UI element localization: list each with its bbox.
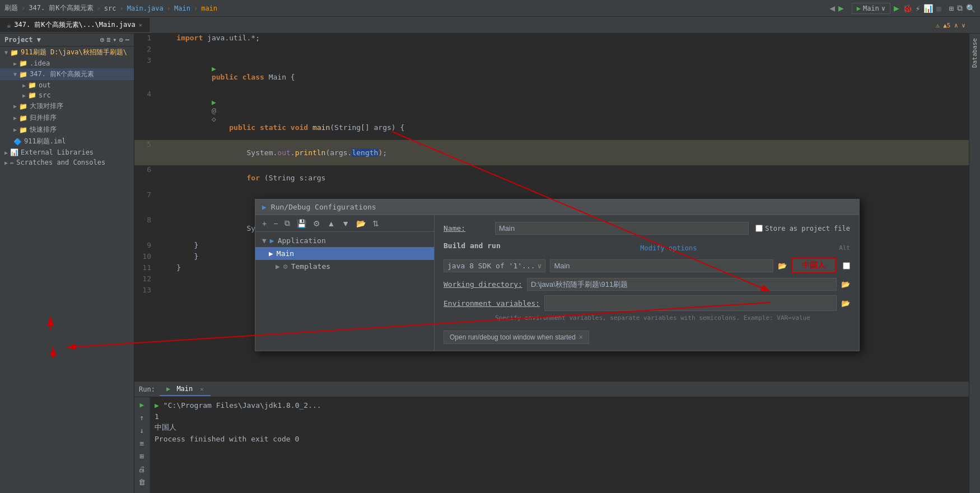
move-up-btn[interactable]: ▲ [325, 218, 337, 229]
working-dir-input[interactable] [527, 278, 837, 291]
sort-btn[interactable]: ⇅ [370, 218, 381, 229]
env-hint-text: Specify environment variables, separate … [495, 314, 810, 322]
sidebar-item-external[interactable]: ▶ 📊 External Libraries [0, 147, 134, 157]
templates-icon: ⚙ [283, 262, 288, 271]
settings-config-btn[interactable]: ⚙ [311, 218, 323, 229]
run-config-dropdown[interactable]: ▶ Main ∨ [852, 3, 890, 14]
env-vars-label: Environment variables: [444, 299, 540, 308]
code-line-6: 6 for (String s:args [134, 165, 969, 190]
run-button[interactable]: ▶ [894, 3, 899, 13]
env-vars-row: Environment variables: 📂 [444, 295, 850, 311]
sidebar-item-dading[interactable]: ▶ 📁 大顶对排序 [0, 100, 134, 112]
store-checkbox[interactable] [755, 225, 763, 232]
run-filter-btn[interactable]: ⊞ [138, 451, 147, 462]
layout-icon[interactable]: ⊞ [949, 4, 954, 13]
database-label[interactable]: Database [971, 38, 978, 68]
move-down-btn[interactable]: ▼ [339, 218, 352, 229]
debug-icon[interactable]: 🐞 [903, 4, 912, 13]
external-lib-label: External Libraries [21, 148, 94, 156]
code-line-5: 5 System.out.println(args.length); [134, 140, 969, 165]
run-tab-close[interactable]: ✕ [200, 386, 204, 392]
profiler-icon[interactable]: 📊 [923, 4, 933, 13]
args-checkbox[interactable] [843, 262, 850, 269]
dir-folder-icon[interactable]: 📂 [841, 280, 850, 289]
tree-category-application[interactable]: ▼ ▶ Application [255, 234, 434, 247]
sidebar-item-out[interactable]: ▶ 📁 out [0, 80, 134, 90]
breadcrumb-刷题: 刷题 [4, 3, 18, 13]
name-row: Name: Store as project file [444, 222, 850, 235]
nav-back[interactable]: ◀ [829, 3, 835, 13]
run-scroll-down-btn[interactable]: ↓ [138, 425, 147, 436]
sidebar-item-idea[interactable]: ▶ 📁 .idea [0, 58, 134, 68]
sidebar-item-347[interactable]: ▼ 📁 347. 前K个高频元素 [0, 68, 134, 80]
modify-options-btn[interactable]: Modify options [640, 244, 697, 252]
sidebar-item-scratches[interactable]: ▶ ✏️ Scratches and Consoles [0, 157, 134, 168]
tab-label: 347. 前K个高频元素\...\Main.java [14, 20, 136, 30]
search-icon[interactable]: 🔍 [966, 4, 976, 13]
scratches-label: Scratches and Consoles [16, 159, 105, 166]
tab-bar: ☕ 347. 前K个高频元素\...\Main.java ✕ [0, 17, 980, 34]
run-wrap-btn[interactable]: ≡ [138, 438, 147, 449]
editor-tab-main[interactable]: ☕ 347. 前K个高频元素\...\Main.java ✕ [0, 18, 150, 32]
dialog-body: + − ⧉ 💾 ⚙ ▲ ▼ 📂 ⇅ ▼ ▶ Application ▶ Main [255, 215, 859, 351]
remove-config-btn[interactable]: − [271, 218, 280, 229]
sidebar-item-root[interactable]: ▼ 📁 911刷题 D:\java\秋招随手刷题\ [0, 46, 134, 58]
sdk-selector[interactable]: java 8 SDK of '1'... ∨ [444, 259, 545, 272]
sidebar-item-kuaisu[interactable]: ▶ 📁 快速排序 [0, 124, 134, 136]
scratch-icon: ✏️ [10, 159, 14, 166]
window-icon[interactable]: ⧉ [957, 3, 963, 13]
iml-label: 911刷题.iml [24, 137, 66, 146]
env-vars-input[interactable] [544, 295, 837, 311]
alt-label: Alt [839, 244, 850, 252]
sidebar-item-guibing[interactable]: ▶ 📁 归并排序 [0, 112, 134, 124]
project-sidebar: Project ▼ ⊙ ≡ ▾ ⚙ — ▼ 📁 911刷题 D:\java\秋招… [0, 34, 134, 493]
tree-item-templates[interactable]: ▶ ⚙ Templates [255, 260, 434, 273]
main-label: Main [277, 249, 294, 258]
program-args-box: 中国人 [791, 258, 836, 273]
sdk-label: java 8 SDK of '1'... [447, 262, 535, 270]
file-icon: 🔷 [13, 138, 22, 146]
tree-item-main[interactable]: ▶ Main [255, 247, 434, 260]
arrow-icon: ▶ [13, 127, 17, 133]
env-folder-icon[interactable]: 📂 [841, 299, 850, 308]
coverage-icon[interactable]: ⚡ [916, 4, 920, 13]
folder-icon[interactable]: 📂 [778, 262, 787, 270]
sidebar-item-iml[interactable]: 🔷 911刷题.iml [0, 136, 134, 147]
arrow-icon: ▼ [13, 71, 17, 77]
folder-icon: 📁 [28, 91, 36, 99]
sidebar-header: Project ▼ ⊙ ≡ ▾ ⚙ — [0, 34, 134, 46]
dialog-icon: ▶ [262, 203, 267, 211]
folder-btn[interactable]: 📂 [354, 218, 368, 229]
sidebar-item-src[interactable]: ▶ 📁 src [0, 90, 134, 100]
run-restart-btn[interactable]: ▶ [138, 399, 147, 410]
close-tag[interactable]: × [579, 333, 583, 341]
run-line-path: ▶ "C:\Program Files\Java\jdk1.8.0_2... [155, 399, 964, 411]
sidebar-collapse-icon[interactable]: ▾ [113, 36, 116, 44]
run-tab-main[interactable]: ▶ Main ✕ [160, 383, 211, 396]
open-tool-window-btn[interactable]: Open run/debug tool window when started … [444, 331, 589, 344]
name-input[interactable] [495, 222, 749, 235]
run-scroll-up-btn[interactable]: ↑ [138, 412, 147, 423]
sidebar-settings-icon[interactable]: ⚙ [119, 36, 123, 44]
save-config-btn[interactable]: 💾 [295, 218, 309, 229]
open-tool-label: Open run/debug tool window when started [450, 333, 576, 341]
main-class-input[interactable] [550, 259, 773, 272]
copy-config-btn[interactable]: ⧉ [282, 217, 292, 229]
nav-forward[interactable]: ▶ [838, 3, 844, 13]
breadcrumb-file: Main.java [127, 4, 164, 12]
build-run-section: Build and run Modify options Alt java 8 … [444, 241, 850, 273]
run-print-btn[interactable]: 🖨 [136, 464, 148, 475]
sidebar-expand-icon[interactable]: ≡ [106, 36, 110, 44]
run-tab-icon: ▶ [166, 385, 170, 393]
add-config-btn[interactable]: + [260, 218, 269, 229]
run-tab-label: Run: [134, 383, 160, 396]
sidebar-close-icon[interactable]: — [125, 36, 129, 44]
stop-icon[interactable]: ■ [936, 4, 941, 13]
tab-close-btn[interactable]: ✕ [139, 22, 142, 28]
run-icon: ▶ [857, 4, 861, 12]
arrow-icon: ▶ [13, 115, 17, 121]
code-line-2: 2 [134, 45, 969, 56]
arrow-icon: ▶ [13, 61, 17, 67]
run-clear-btn[interactable]: 🗑 [136, 477, 148, 487]
sidebar-locate-icon[interactable]: ⊙ [100, 36, 104, 44]
